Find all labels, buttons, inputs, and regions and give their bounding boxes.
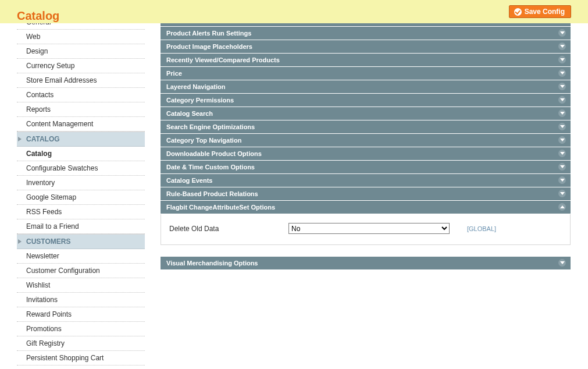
accordion-product-image-placeholders[interactable]: Product Image Placeholders bbox=[161, 40, 571, 53]
accordion-label: Category Top Navigation bbox=[166, 137, 241, 144]
accordion-catalog-events[interactable]: Catalog Events bbox=[161, 174, 571, 187]
accordion-visual-merchandising-options[interactable]: Visual Merchandising Options bbox=[161, 257, 571, 269]
chevron-down-icon bbox=[558, 29, 566, 37]
select-delete-old-data[interactable]: No bbox=[288, 223, 450, 234]
accordion-price[interactable]: Price bbox=[161, 67, 571, 80]
sidebar-item-wishlist[interactable]: Wishlist bbox=[17, 278, 145, 293]
save-config-label: Save Config bbox=[525, 8, 565, 16]
accordion-label: Date & Time Custom Options bbox=[166, 164, 255, 171]
main-content: Product ImageProduct AlertsProduct Alert… bbox=[161, 0, 571, 270]
chevron-down-icon bbox=[558, 136, 566, 144]
accordion-label: Category Permissions bbox=[166, 97, 234, 104]
accordion-body-flagbit-changeattributeset-options: Delete Old DataNo[GLOBAL] bbox=[161, 214, 571, 245]
accordion-label: Catalog Search bbox=[166, 110, 213, 117]
sidebar-item-reports[interactable]: Reports bbox=[17, 102, 145, 117]
sidebar-item-content-management[interactable]: Content Management bbox=[17, 117, 145, 132]
accordion-product-alerts-run-settings[interactable]: Product Alerts Run Settings bbox=[161, 27, 571, 40]
chevron-down-icon bbox=[558, 109, 566, 117]
chevron-down-icon bbox=[558, 83, 566, 90]
form-label-delete-old-data: Delete Old Data bbox=[167, 225, 288, 233]
sidebar-item-contacts[interactable]: Contacts bbox=[17, 88, 145, 102]
page-title: Catalog bbox=[17, 9, 59, 23]
chevron-down-icon bbox=[558, 203, 566, 211]
accordion-label: Price bbox=[166, 70, 182, 77]
sidebar-item-configurable-swatches[interactable]: Configurable Swatches bbox=[17, 161, 145, 176]
sidebar-item-design[interactable]: Design bbox=[17, 44, 145, 59]
accordion-label: Layered Navigation bbox=[166, 83, 225, 90]
sidebar-item-newsletter[interactable]: Newsletter bbox=[17, 249, 145, 264]
chevron-down-icon bbox=[558, 56, 566, 63]
sidebar-section-catalog[interactable]: CATALOG bbox=[17, 132, 145, 147]
save-config-button[interactable]: Save Config bbox=[509, 5, 571, 18]
sidebar-item-gift-registry[interactable]: Gift Registry bbox=[17, 336, 145, 351]
sidebar-item-invitations[interactable]: Invitations bbox=[17, 293, 145, 307]
accordion-date-time-custom-options[interactable]: Date & Time Custom Options bbox=[161, 161, 571, 173]
accordion-label: Product Alerts Run Settings bbox=[166, 30, 251, 37]
header-band bbox=[0, 0, 588, 23]
accordion-flagbit-changeattributeset-options[interactable]: Flagbit ChangeAttributeSet Options bbox=[161, 201, 571, 214]
sidebar-item-google-sitemap[interactable]: Google Sitemap bbox=[17, 190, 145, 205]
sidebar-item-email-to-a-friend[interactable]: Email to a Friend bbox=[17, 219, 145, 234]
chevron-down-icon bbox=[558, 163, 566, 171]
accordion-category-top-navigation[interactable]: Category Top Navigation bbox=[161, 134, 571, 147]
sidebar-section-label: CUSTOMERS bbox=[26, 237, 70, 246]
sidebar-item-web[interactable]: Web bbox=[17, 30, 145, 44]
accordion-label: Visual Merchandising Options bbox=[166, 260, 258, 267]
accordion-rule-based-product-relations[interactable]: Rule-Based Product Relations bbox=[161, 187, 571, 200]
sidebar-item-currency-setup[interactable]: Currency Setup bbox=[17, 59, 145, 73]
sidebar-item-reward-points[interactable]: Reward Points bbox=[17, 307, 145, 322]
sidebar-item-rss-feeds[interactable]: RSS Feeds bbox=[17, 205, 145, 219]
sidebar-item-customer-configuration[interactable]: Customer Configuration bbox=[17, 264, 145, 278]
sidebar-item-store-email-addresses[interactable]: Store Email Addresses bbox=[17, 73, 145, 88]
chevron-down-icon bbox=[558, 42, 566, 50]
accordion-label: Flagbit ChangeAttributeSet Options bbox=[166, 204, 275, 211]
chevron-down-icon bbox=[558, 176, 566, 184]
sidebar-item-catalog[interactable]: Catalog bbox=[17, 147, 145, 161]
accordion-downloadable-product-options[interactable]: Downloadable Product Options bbox=[161, 147, 571, 160]
sidebar-section-label: CATALOG bbox=[26, 135, 60, 143]
chevron-down-icon bbox=[558, 96, 566, 104]
sidebar-item-persistent-shopping-cart[interactable]: Persistent Shopping Cart bbox=[17, 351, 145, 366]
accordion-label: Recently Viewed/Compared Products bbox=[166, 56, 280, 63]
accordion-search-engine-optimizations[interactable]: Search Engine Optimizations bbox=[161, 120, 571, 133]
accordion-catalog-search[interactable]: Catalog Search bbox=[161, 107, 571, 120]
check-icon bbox=[514, 8, 522, 16]
accordion-category-permissions[interactable]: Category Permissions bbox=[161, 94, 571, 107]
accordion-label: Catalog Events bbox=[166, 177, 212, 184]
triangle-icon bbox=[18, 137, 22, 141]
chevron-down-icon bbox=[558, 123, 566, 130]
accordion-label: Rule-Based Product Relations bbox=[166, 190, 258, 197]
triangle-icon bbox=[18, 239, 22, 244]
sidebar: GENERALGeneralWebDesignCurrency SetupSto… bbox=[17, 0, 145, 366]
accordion-label: Product Image Placeholders bbox=[166, 43, 252, 50]
accordion-recently-viewed-compared-products[interactable]: Recently Viewed/Compared Products bbox=[161, 54, 571, 66]
sidebar-section-customers[interactable]: CUSTOMERS bbox=[17, 234, 145, 249]
accordion-layered-navigation[interactable]: Layered Navigation bbox=[161, 80, 571, 93]
form-row-delete-old-data: Delete Old DataNo[GLOBAL] bbox=[167, 223, 564, 234]
chevron-down-icon bbox=[558, 259, 566, 267]
chevron-down-icon bbox=[558, 150, 566, 157]
accordion-label: Search Engine Optimizations bbox=[166, 123, 255, 130]
chevron-down-icon bbox=[558, 190, 566, 197]
chevron-down-icon bbox=[558, 69, 566, 77]
scope-label: [GLOBAL] bbox=[467, 225, 496, 232]
accordion-label: Downloadable Product Options bbox=[166, 150, 262, 157]
sidebar-item-inventory[interactable]: Inventory bbox=[17, 176, 145, 190]
sidebar-item-promotions[interactable]: Promotions bbox=[17, 322, 145, 336]
